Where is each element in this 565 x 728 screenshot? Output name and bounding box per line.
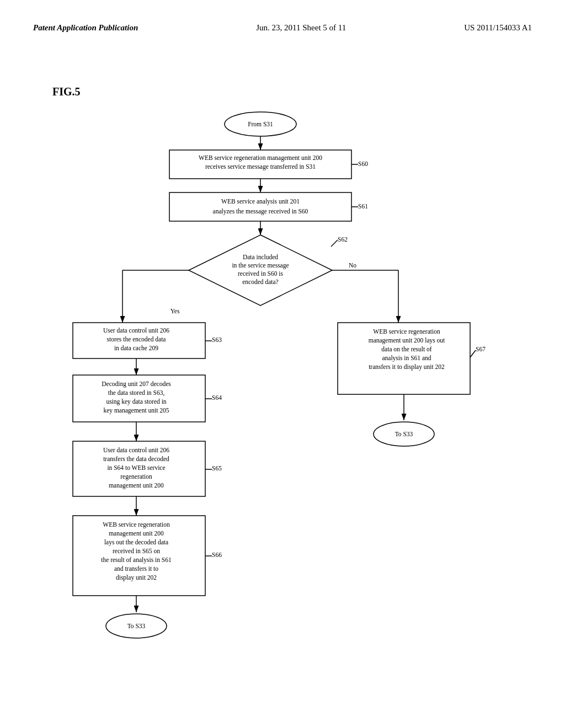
s61-ref: S61 xyxy=(358,203,368,210)
s67-text-1: WEB service regeneration xyxy=(373,328,440,335)
s66-text-5: the result of analysis in S61 xyxy=(101,556,172,564)
start-label: From S31 xyxy=(248,121,273,127)
svg-line-29 xyxy=(470,350,476,357)
s65-ref: S65 xyxy=(212,465,222,472)
s67-text-2: management unit 200 lays out xyxy=(369,337,445,344)
s66-text-2: management unit 200 xyxy=(109,530,164,537)
diamond-text-1: Data included xyxy=(243,254,278,260)
s65-text-1: User data control unit 206 xyxy=(103,447,169,453)
diamond-text-2: in the service message xyxy=(232,262,289,269)
date-sheet-label: Jun. 23, 2011 Sheet 5 of 11 xyxy=(256,22,346,34)
yes-label: Yes xyxy=(170,308,180,314)
s66-text-7: display unit 202 xyxy=(116,574,157,581)
s60-text-2: receives service message transferred in … xyxy=(205,163,316,170)
s65-text-4: regeneration xyxy=(120,473,152,480)
s67-text-5: transfers it to display unit 202 xyxy=(369,363,445,371)
patent-number-label: US 2011/154033 A1 xyxy=(464,22,532,34)
s66-text-4: received in S65 on xyxy=(113,548,160,554)
end1-label: To S33 xyxy=(127,623,146,629)
no-label: No xyxy=(349,262,356,269)
s63-ref: S63 xyxy=(212,336,222,343)
s67-text-3: data on the result of xyxy=(381,346,432,352)
s60-ref: S60 xyxy=(358,160,368,167)
svg-line-9 xyxy=(331,240,338,247)
end2-label: To S33 xyxy=(395,431,413,437)
svg-rect-6 xyxy=(169,192,351,221)
s66-ref: S66 xyxy=(212,552,222,558)
s60-text-1: WEB service regeneration management unit… xyxy=(199,154,322,162)
s64-text-4: key management unit 205 xyxy=(103,407,169,414)
s65-text-2: transfers the data decoded xyxy=(103,456,169,462)
s63-text-2: stores the encoded data xyxy=(107,336,166,342)
diamond-text-3: received in S60 is xyxy=(238,270,284,277)
publication-label: Patent Application Publication xyxy=(33,22,138,34)
s66-text-3: lays out the decoded data xyxy=(104,539,168,546)
s61-text-1: WEB service analysis unit 201 xyxy=(221,198,300,205)
figure-label: FIG.5 xyxy=(52,85,81,98)
flowchart-svg: From S31 WEB service regeneration manage… xyxy=(67,105,498,684)
s67-ref: S67 xyxy=(476,346,486,352)
s61-text-2: analyzes the message received in S60 xyxy=(213,208,308,215)
s64-text-1: Decoding unit 207 decodes xyxy=(102,381,171,388)
page-header: Patent Application Publication Jun. 23, … xyxy=(0,0,565,39)
s64-ref: S64 xyxy=(212,394,222,401)
s63-text-3: in data cache 209 xyxy=(114,345,158,351)
s64-text-3: using key data stored in xyxy=(106,398,166,405)
s67-text-4: analysis in S61 and xyxy=(382,355,431,362)
s66-text-6: and transfers it to xyxy=(114,565,158,572)
s65-text-5: management unit 200 xyxy=(109,482,164,489)
s64-text-2: the data stored in S63, xyxy=(108,389,165,397)
s62-ref: S62 xyxy=(338,236,348,243)
s63-text-1: User data control unit 206 xyxy=(103,327,169,334)
diamond-text-4: encoded data? xyxy=(242,279,278,285)
s66-text-1: WEB service regeneration xyxy=(103,521,170,528)
diagram-container: From S31 WEB service regeneration manage… xyxy=(67,105,498,686)
s65-text-3: in S64 to WEB service xyxy=(107,464,165,471)
